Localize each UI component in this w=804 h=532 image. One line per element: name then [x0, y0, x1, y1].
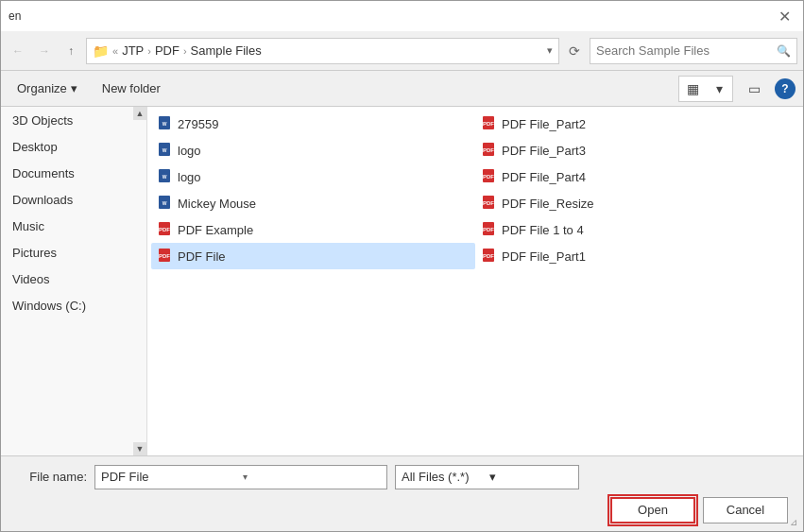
sidebar-active-bar	[1, 294, 4, 317]
sidebar-item-pictures[interactable]: Pictures	[1, 239, 146, 266]
svg-text:W: W	[163, 174, 167, 180]
filename-label: File name:	[16, 470, 87, 484]
pdf-icon: PDF	[481, 168, 496, 186]
word-icon: W	[157, 168, 172, 186]
sidebar-item-label: Pictures	[12, 246, 57, 260]
dialog-title: en	[9, 9, 795, 23]
svg-text:PDF: PDF	[483, 253, 494, 259]
svg-text:PDF: PDF	[159, 227, 170, 232]
sidebar-item-label: Windows (C:)	[12, 299, 86, 313]
sidebar-item-label: Downloads	[12, 193, 73, 207]
sidebar-item-music[interactable]: Music	[1, 213, 146, 239]
sidebar-item-3d-objects[interactable]: 3D Objects	[1, 107, 146, 133]
sidebar-active-bar	[1, 267, 4, 290]
file-name: PDF File_Resize	[502, 197, 594, 211]
filename-value: PDF File	[101, 470, 239, 484]
back-button[interactable]: ←	[7, 40, 29, 62]
address-path[interactable]: 📁 « JTP › PDF › Sample Files ▾	[86, 38, 559, 64]
forward-button[interactable]: →	[33, 40, 56, 62]
filename-row: File name: PDF File ▾ All Files (*.*) ▾	[16, 465, 788, 489]
refresh-button[interactable]: ⟳	[563, 40, 586, 62]
word-icon: W	[157, 195, 172, 213]
file-name: PDF File_Part2	[502, 117, 586, 131]
sidebar-item-label: Documents	[12, 166, 75, 180]
file-item-logo2[interactable]: Wlogo	[151, 163, 475, 190]
svg-text:PDF: PDF	[483, 174, 494, 180]
pane-button[interactable]: ▭	[741, 77, 767, 101]
titlebar: en ✕	[1, 1, 803, 31]
file-name: Mickey Mouse	[178, 197, 256, 211]
sidebar-item-label: Videos	[12, 272, 50, 286]
file-item-pdf-file[interactable]: PDFPDF File	[151, 243, 475, 269]
search-icon: 🔍	[777, 44, 791, 58]
sidebar-item-downloads[interactable]: Downloads	[1, 186, 146, 213]
file-name: logo	[178, 144, 201, 158]
sidebar-active-bar	[1, 135, 4, 158]
pdf-icon: PDF	[481, 142, 496, 160]
path-arrow-1: ›	[147, 45, 151, 57]
svg-text:W: W	[163, 147, 167, 153]
file-item-pdf-part4[interactable]: PDFPDF File_Part4	[475, 163, 799, 190]
close-button[interactable]: ✕	[769, 1, 799, 31]
resize-handle[interactable]: ⊿	[790, 518, 801, 529]
view-grid-button[interactable]: ▦	[679, 77, 706, 101]
search-box: 🔍	[590, 38, 797, 64]
file-item-pdf-example[interactable]: PDFPDF Example	[151, 216, 475, 243]
svg-text:W: W	[163, 200, 167, 206]
search-input[interactable]	[596, 43, 777, 58]
file-item-pdf-part2[interactable]: PDFPDF File_Part2	[475, 111, 799, 137]
path-pdf: PDF	[155, 43, 180, 58]
toolbar: Organize ▾ New folder ▦ ▾ ▭ ?	[1, 71, 803, 107]
word-icon: W	[157, 115, 172, 133]
organize-button[interactable]: Organize ▾	[9, 77, 86, 101]
file-name: logo	[178, 170, 201, 184]
svg-text:PDF: PDF	[483, 147, 494, 153]
file-name: PDF Example	[178, 223, 253, 237]
file-item-279559[interactable]: W279559	[151, 111, 475, 137]
file-name: 279559	[178, 117, 218, 131]
svg-text:PDF: PDF	[159, 253, 170, 259]
new-folder-button[interactable]: New folder	[94, 77, 169, 101]
file-name: PDF File_Part3	[502, 144, 586, 158]
sidebar-item-windows-c[interactable]: Windows (C:)	[1, 292, 146, 318]
pdf-icon: PDF	[157, 221, 172, 239]
filename-dropdown-arrow: ▾	[243, 472, 381, 482]
path-prefix: «	[112, 45, 118, 57]
file-name: PDF File	[178, 249, 226, 264]
path-dropdown[interactable]: ▾	[547, 44, 553, 57]
pdf-icon: PDF	[481, 221, 496, 239]
word-icon: W	[157, 142, 172, 160]
help-button[interactable]: ?	[775, 78, 795, 99]
svg-text:W: W	[163, 121, 167, 127]
address-bar: ← → ↑ 📁 « JTP › PDF › Sample Files ▾ ⟳ 🔍	[1, 31, 803, 71]
file-item-logo1[interactable]: Wlogo	[151, 137, 475, 163]
sidebar-item-label: Music	[12, 219, 44, 233]
file-item-pdf-resize[interactable]: PDFPDF File_Resize	[475, 190, 799, 216]
sidebar-active-bar	[1, 188, 4, 211]
cancel-button[interactable]: Cancel	[703, 497, 788, 523]
pdf-icon: PDF	[157, 248, 172, 266]
file-item-mickey-mouse[interactable]: WMickey Mouse	[151, 190, 475, 216]
sidebar-scroll-down[interactable]: ▼	[133, 442, 146, 455]
pdf-icon: PDF	[481, 248, 496, 266]
sidebar-item-videos[interactable]: Videos	[1, 266, 146, 292]
filetype-select[interactable]: All Files (*.*) ▾	[395, 465, 579, 489]
sidebar-active-bar	[1, 109, 4, 131]
sidebar: ▲ 3D ObjectsDesktopDocumentsDownloadsMus…	[1, 107, 147, 455]
sidebar-item-desktop[interactable]: Desktop	[1, 133, 146, 160]
file-item-pdf-part3[interactable]: PDFPDF File_Part3	[475, 137, 799, 163]
file-item-pdf-part1[interactable]: PDFPDF File_Part1	[475, 243, 799, 269]
file-list: W279559PDFPDF File_Part2WlogoPDFPDF File…	[147, 107, 803, 273]
sidebar-item-label: 3D Objects	[12, 113, 73, 128]
filetype-dropdown-arrow: ▾	[489, 470, 573, 484]
sidebar-item-documents[interactable]: Documents	[1, 160, 146, 186]
open-button[interactable]: Open	[610, 497, 695, 523]
view-dropdown-button[interactable]: ▾	[706, 77, 732, 101]
up-button[interactable]: ↑	[60, 40, 82, 62]
open-dialog: en ✕ ← → ↑ 📁 « JTP › PDF › Sample Files …	[0, 0, 804, 532]
filename-input[interactable]: PDF File ▾	[94, 465, 387, 489]
path-sample-files: Sample Files	[191, 43, 262, 58]
sidebar-active-bar	[1, 215, 4, 237]
sidebar-active-bar	[1, 162, 4, 184]
file-item-pdf-1to4[interactable]: PDFPDF File 1 to 4	[475, 216, 799, 243]
